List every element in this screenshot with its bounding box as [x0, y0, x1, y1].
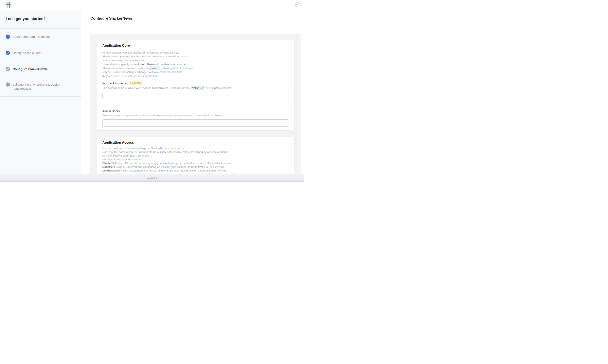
sidebar-title: Let's get you started! — [6, 17, 75, 21]
application-access-card: Application Access You can customize how… — [97, 137, 294, 174]
desc-line: they are active in the Slackernews appli… — [102, 75, 158, 78]
step-label: Configure the cluster — [13, 51, 41, 55]
overflow-menu-button[interactable] — [295, 2, 300, 7]
nodeport-bold-text: NodePort — [102, 165, 115, 169]
ingress-hostname-input[interactable] — [102, 92, 289, 99]
application-core-heading: Application Core — [102, 43, 289, 48]
clusterip-bold-text: ClusterIP — [102, 162, 114, 165]
admin-users-bold-text: Admin Users — [138, 63, 154, 66]
ellipsis-dot — [297, 4, 298, 5]
https-code-chip: https:// — [191, 86, 205, 90]
config-panel: Application Core For this section, you c… — [90, 34, 301, 174]
step-label: Secure the Admin Console — [13, 35, 50, 39]
desc-line: For this section, you can specify some c… — [102, 51, 179, 54]
step-label: Configure SlackerNews — [13, 67, 48, 71]
desc-line: Common configurations include: — [102, 158, 141, 161]
application-core-card: Application Core For this section, you c… — [97, 39, 294, 130]
application-access-description: You can customize how you will expose Sl… — [102, 146, 289, 174]
ingress-hostname-description: The domain name at which you'll access S… — [102, 86, 289, 90]
desc-line: Using a LoadBalancer service and letting… — [120, 169, 226, 172]
desc-line: content, users, and settings. Changes wi… — [102, 70, 182, 74]
sidebar-step-configure-cluster[interactable]: Configure the cluster — [0, 45, 81, 61]
desc-line: Slackernews adminstrative console at — [102, 67, 149, 70]
admin-users-description: Provide a comma-separated list of email … — [102, 114, 289, 117]
sidebar-step-validate-deploy[interactable]: Validate the environment & deploy Slacke… — [0, 77, 81, 97]
desc-line: If you're running in a supported cloud p… — [102, 173, 244, 175]
desc-line: so it can receive webhooks from Slack. — [102, 154, 150, 157]
step-pending-check-icon — [6, 82, 10, 87]
desc-line: Note that the domain you use will need t… — [102, 151, 228, 154]
version-label: v1.125.2 — [147, 176, 157, 179]
loadbalancer-bold-text: LoadBalancer — [102, 169, 120, 172]
admin-path-code-chip: /admin — [149, 66, 160, 70]
desc-line: Users that you specify under — [102, 63, 138, 66]
sidebar-step-configure-slackernews[interactable]: Configure SlackerNews — [0, 61, 81, 77]
ingress-hostname-label: Ingress Hostname — [102, 81, 127, 85]
application-core-description: For this section, you can specify some c… — [102, 51, 289, 78]
setup-wizard-page: Let's get you started! Secure the Admin … — [0, 0, 304, 182]
admin-users-field: Admin Users Provide a comma-separated li… — [102, 109, 289, 127]
desc-text: or any path elements. — [205, 86, 232, 90]
wizard-steps-sidebar: Let's get you started! Secure the Admin … — [0, 10, 81, 174]
step-complete-check-icon — [6, 35, 10, 39]
desc-text: The domain name at which you'll access S… — [102, 86, 191, 90]
sidebar-step-secure-admin-console[interactable]: Secure the Admin Console — [0, 29, 81, 45]
desc-line: will be able to access the — [154, 63, 186, 66]
desc-line: Slackernews operates, including the doma… — [102, 55, 187, 58]
desc-line: You can customize how you will expose Sl… — [102, 147, 185, 150]
desc-line: Using a NodePort and configuring an exis… — [115, 165, 224, 169]
top-bar — [0, 0, 304, 10]
step-complete-check-icon — [6, 51, 10, 55]
admin-users-input[interactable] — [102, 119, 289, 127]
desc-line: , allowing them to manage — [160, 67, 193, 70]
admin-users-label: Admin Users — [102, 109, 120, 113]
slackernews-logo-icon — [6, 2, 11, 8]
title-divider — [90, 26, 301, 26]
footer-bar: v1.125.2 — [0, 174, 304, 182]
required-badge: Required — [129, 81, 142, 85]
ingress-hostname-field: Ingress Hostname Required The domain nam… — [102, 81, 289, 99]
desc-line: and the user who can administer it. — [102, 59, 145, 62]
ellipsis-dot — [296, 4, 297, 5]
sidebar-header: Let's get you started! — [0, 10, 81, 29]
ellipsis-dot — [299, 4, 299, 5]
step-pending-check-icon — [6, 67, 10, 71]
desc-line: Using a Cluster IP and configuring your … — [114, 162, 231, 165]
application-access-heading: Application Access — [102, 140, 289, 145]
page-title: Configure SlackerNews — [90, 16, 132, 21]
step-label: Validate the environment & deploy Slacke… — [13, 82, 68, 91]
